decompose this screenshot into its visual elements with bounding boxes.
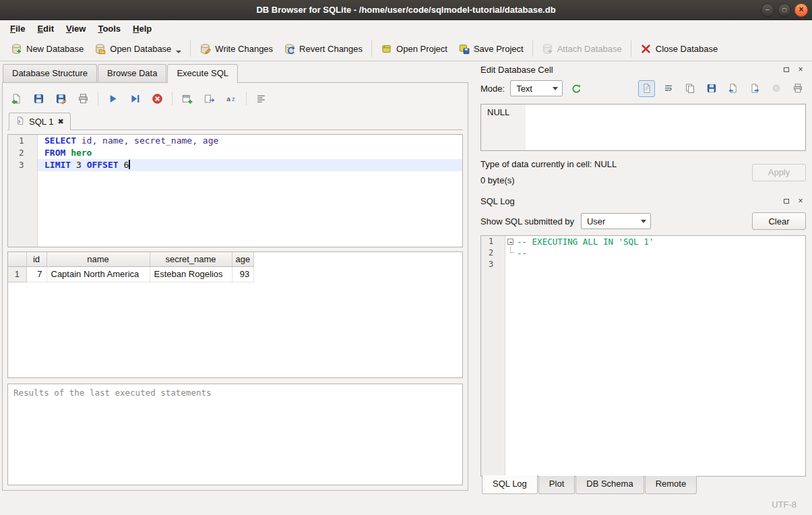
db-close-icon xyxy=(640,43,652,55)
toolbar-button-open-database[interactable]: Open Database xyxy=(89,38,187,59)
mode-select[interactable]: Text xyxy=(510,80,563,96)
print-sql-button[interactable] xyxy=(74,90,92,107)
format-sql-button[interactable] xyxy=(252,90,270,107)
db-revert-icon xyxy=(284,43,295,55)
fold-column[interactable] xyxy=(505,259,517,270)
menu-item-file[interactable]: File xyxy=(4,22,31,36)
stop-execution-button[interactable] xyxy=(148,90,166,107)
app-window: DB Browser for SQLite - /home/user/code/… xyxy=(0,0,812,515)
set-null-button xyxy=(768,80,784,97)
cell-name[interactable]: Captain North America xyxy=(46,266,150,282)
cell-mode-row: Mode: Text xyxy=(480,77,806,100)
fold-collapse-icon[interactable] xyxy=(507,239,513,245)
execute-all-button[interactable] xyxy=(104,90,121,107)
save-sql-file-button[interactable] xyxy=(30,90,47,107)
fold-column[interactable] xyxy=(505,236,517,247)
line-number: 3 xyxy=(8,159,38,171)
maximize-button[interactable]: □ xyxy=(778,3,791,17)
word-wrap-button[interactable] xyxy=(660,80,677,97)
encoding-indicator[interactable]: UTF-8 xyxy=(772,499,797,510)
auto-switch-mode-button[interactable] xyxy=(568,80,585,97)
export-cell-icon xyxy=(749,83,760,94)
import-cell-button[interactable] xyxy=(724,80,741,97)
tab-execute-sql[interactable]: Execute SQL xyxy=(167,64,238,83)
menu-item-help[interactable]: Help xyxy=(127,22,158,36)
dock-tab-db-schema[interactable]: DB Schema xyxy=(575,476,644,494)
proj-open-icon xyxy=(381,43,392,55)
main-content: Database StructureBrowse DataExecute SQL… xyxy=(0,61,812,494)
apply-button[interactable]: Apply xyxy=(752,164,806,181)
close-button[interactable]: × xyxy=(794,3,808,17)
dock-tab-remote[interactable]: Remote xyxy=(645,476,697,494)
new-sql-tab-button[interactable] xyxy=(178,90,195,107)
editor-line-text[interactable]: LIMIT 3 OFFSET 6 xyxy=(38,159,462,171)
toolbar-button-new-database[interactable]: New Database xyxy=(5,38,89,59)
dock-tab-plot[interactable]: Plot xyxy=(538,476,575,494)
execute-all-icon xyxy=(107,93,119,104)
set-null-icon xyxy=(771,83,782,94)
execute-current-line-button[interactable] xyxy=(126,90,144,107)
main-toolbar: New DatabaseOpen DatabaseWrite ChangesRe… xyxy=(0,36,812,61)
copy-cell-button[interactable] xyxy=(681,80,698,97)
editor-line-text[interactable]: SELECT id, name, secret_name, age xyxy=(38,135,462,147)
editor-empty-area[interactable] xyxy=(8,171,462,247)
menu-item-edit[interactable]: Edit xyxy=(31,22,60,36)
column-header-name[interactable]: name xyxy=(46,252,150,266)
menu-item-view[interactable]: View xyxy=(60,22,92,36)
print-cell-button[interactable] xyxy=(789,80,806,97)
menu-item-tools[interactable]: Tools xyxy=(92,22,127,36)
cell-edit-icons xyxy=(638,80,806,97)
toolbar-button-revert-changes[interactable]: Revert Changes xyxy=(278,38,368,59)
toolbar-button-open-project[interactable]: Open Project xyxy=(375,38,453,59)
sql-log-view[interactable]: 1-- EXECUTING ALL IN 'SQL 1'2--3 xyxy=(480,235,806,477)
row-number[interactable]: 1 xyxy=(8,266,26,282)
sql-editor[interactable]: 1SELECT id, name, secret_name, age2FROM … xyxy=(7,134,463,247)
open-sql-file-button[interactable] xyxy=(7,90,25,107)
titlebar[interactable]: DB Browser for SQLite - /home/user/code/… xyxy=(0,0,812,20)
close-panel-icon[interactable]: × xyxy=(795,64,806,75)
fold-column[interactable] xyxy=(505,247,517,259)
log-line-text: -- xyxy=(517,247,805,259)
cell-age[interactable]: 93 xyxy=(232,266,254,282)
chevron-down-icon[interactable] xyxy=(176,51,181,53)
toolbar-label: Save Project xyxy=(474,44,524,54)
float-panel-icon[interactable] xyxy=(781,64,792,75)
close-panel-icon[interactable]: × xyxy=(795,195,806,206)
save-cell-button[interactable] xyxy=(703,80,720,97)
clear-log-button[interactable]: Clear xyxy=(752,212,806,230)
close-tab-icon[interactable]: ✖ xyxy=(57,117,63,126)
float-panel-icon[interactable] xyxy=(781,195,792,206)
column-header-age[interactable]: age xyxy=(232,252,254,266)
mode-label: Mode: xyxy=(480,84,505,94)
cell-editor[interactable]: NULL xyxy=(480,104,806,151)
column-header-secret-name[interactable]: secret_name xyxy=(150,252,232,266)
window-controls: − □ × xyxy=(761,3,808,17)
export-cell-button[interactable] xyxy=(746,80,763,97)
autocomplete-icon: az xyxy=(226,93,237,104)
results-corner-header[interactable] xyxy=(8,252,26,266)
proj-save-icon xyxy=(458,43,470,55)
fold-end-marker xyxy=(510,247,514,253)
editor-line: 2FROM hero xyxy=(8,147,462,159)
open-sql-in-new-tab-button[interactable] xyxy=(200,90,218,107)
dock-tab-sql-log[interactable]: SQL Log xyxy=(482,475,538,494)
cell-id[interactable]: 7 xyxy=(26,266,46,282)
sql-tab-sql-1[interactable]: SQL 1✖ xyxy=(9,113,71,130)
editor-line-text[interactable]: FROM hero xyxy=(38,147,462,159)
cell-secret-name[interactable]: Esteban Rogelios xyxy=(150,266,232,282)
log-filter-select[interactable]: User xyxy=(581,213,651,229)
results-grid[interactable]: idnamesecret_nameage 17Captain North Ame… xyxy=(7,251,463,378)
text-cursor xyxy=(129,160,130,169)
save-sql-as-button[interactable] xyxy=(52,90,69,107)
tab-browse-data[interactable]: Browse Data xyxy=(98,64,166,82)
toolbar-button-write-changes[interactable]: Write Changes xyxy=(194,38,278,59)
toolbar-button-close-database[interactable]: Close Database xyxy=(635,38,724,59)
tab-database-structure[interactable]: Database Structure xyxy=(3,64,97,82)
text-view-button[interactable] xyxy=(638,80,655,97)
autocomplete-button[interactable]: az xyxy=(222,90,240,107)
column-header-id[interactable]: id xyxy=(26,252,46,266)
toolbar-button-save-project[interactable]: Save Project xyxy=(453,38,529,59)
minimize-button[interactable]: − xyxy=(761,3,774,17)
log-line-number: 1 xyxy=(481,236,505,247)
edit-cell-title: Edit Database Cell xyxy=(480,65,778,75)
